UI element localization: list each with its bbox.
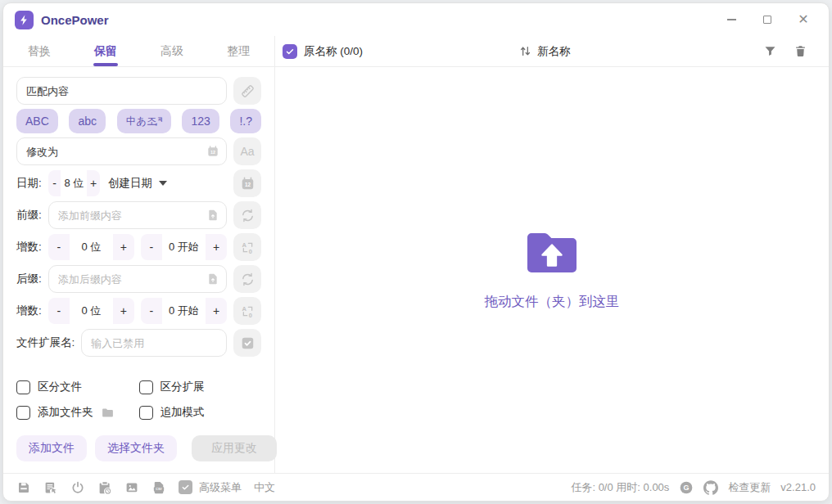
- original-name-checkbox[interactable]: [283, 44, 297, 59]
- suffix-row: 后缀:: [16, 265, 261, 293]
- inc1-start-plus[interactable]: +: [206, 234, 227, 260]
- suffix-loop-button[interactable]: [233, 265, 261, 293]
- prefix-label: 前缀:: [16, 208, 42, 223]
- advanced-menu-checkbox[interactable]: [179, 480, 192, 494]
- pill-digits[interactable]: 123: [182, 109, 219, 133]
- inc2-number-button[interactable]: A0: [233, 297, 261, 325]
- svg-text:0: 0: [248, 311, 251, 318]
- check-icon: [181, 483, 190, 492]
- refresh-icon: [240, 208, 255, 223]
- task-status: 任务: 0/0 用时: 0.00s: [571, 480, 669, 495]
- inc2-digits-minus[interactable]: -: [48, 298, 70, 324]
- prefix-row: 前缀:: [16, 201, 261, 229]
- modify-input[interactable]: [16, 137, 227, 165]
- svg-text:12: 12: [244, 182, 251, 187]
- sort-icon: [518, 44, 532, 58]
- pill-cjk[interactable]: 中あ조ཟྭ: [117, 109, 171, 133]
- checkbox-add-folder[interactable]: 添加文件夹: [16, 405, 139, 420]
- match-row: [16, 77, 261, 105]
- checkbox-distinguish-file[interactable]: 区分文件: [16, 380, 139, 394]
- extension-label: 文件扩展名:: [16, 335, 75, 350]
- titlebar: OncePower ✕: [3, 3, 829, 36]
- gitee-icon[interactable]: G: [679, 480, 694, 495]
- main-area: ABC abc 中あ조ཟྭ 123 !.? 12 Aa 日期: - 8 位 +: [3, 67, 829, 473]
- date-digits-minus[interactable]: -: [48, 170, 61, 196]
- increment-label: 增数:: [16, 304, 42, 318]
- lightning-icon: [18, 14, 30, 26]
- inc1-number-button[interactable]: A0: [233, 233, 261, 261]
- pill-symbols[interactable]: !.?: [230, 109, 261, 133]
- date-insert-button[interactable]: 12: [233, 169, 261, 197]
- prefix-loop-button[interactable]: [233, 201, 261, 229]
- match-mode-pills: ABC abc 中あ조ཟྭ 123 !.?: [16, 109, 261, 133]
- minimize-button[interactable]: [724, 12, 739, 27]
- checkbox-icon: [16, 406, 30, 420]
- select-folder-button[interactable]: 选择文件夹: [95, 435, 177, 461]
- trash-icon[interactable]: [794, 44, 807, 58]
- inc2-start-plus[interactable]: +: [206, 298, 227, 324]
- tab-organize[interactable]: 整理: [227, 36, 250, 66]
- ruler-button[interactable]: [233, 77, 261, 105]
- checkbox-append-mode[interactable]: 追加模式: [139, 405, 262, 420]
- tab-keep[interactable]: 保留: [94, 36, 117, 66]
- new-name-label: 新名称: [537, 44, 571, 59]
- inc1-start-minus[interactable]: -: [141, 234, 162, 260]
- close-icon: ✕: [798, 13, 808, 26]
- extension-input[interactable]: [81, 329, 227, 357]
- svg-text:CSV: CSV: [156, 488, 162, 491]
- svg-text:A: A: [242, 305, 246, 313]
- auto-number-icon: A0: [240, 304, 255, 319]
- check-update-link[interactable]: 检查更新: [728, 480, 771, 495]
- upload-folder-icon: [522, 229, 581, 280]
- pill-lowercase[interactable]: abc: [69, 109, 106, 133]
- advanced-menu-toggle[interactable]: 高级菜单: [179, 480, 242, 495]
- match-input[interactable]: [16, 77, 227, 105]
- checkbox-checked-icon: [240, 335, 255, 351]
- rename-panel: ABC abc 中あ조ཟྭ 123 !.? 12 Aa 日期: - 8 位 +: [3, 67, 275, 473]
- apply-changes-button[interactable]: 应用更改: [192, 435, 277, 461]
- date-digits-plus[interactable]: +: [87, 170, 100, 196]
- suffix-input[interactable]: [48, 265, 227, 293]
- clipboard-clock-icon[interactable]: [97, 480, 112, 495]
- filter-icon[interactable]: [763, 44, 777, 58]
- header-row: 替换 保留 高级 整理 原名称 (0/0) 新名称: [3, 36, 829, 67]
- pill-uppercase[interactable]: ABC: [16, 109, 58, 133]
- new-name-column[interactable]: 新名称: [518, 44, 571, 59]
- drop-zone[interactable]: 拖动文件（夹）到这里: [275, 67, 829, 473]
- tab-bar: 替换 保留 高级 整理: [3, 36, 275, 66]
- advanced-menu-label: 高级菜单: [199, 480, 242, 495]
- checkbox-distinguish-extension[interactable]: 区分扩展: [139, 380, 262, 394]
- close-button[interactable]: ✕: [796, 12, 811, 27]
- tab-replace[interactable]: 替换: [28, 36, 51, 66]
- minimize-icon: [727, 19, 736, 20]
- modify-row: 12 Aa: [16, 137, 261, 165]
- refresh-icon: [240, 272, 255, 287]
- version-label: v2.21.0: [780, 481, 816, 493]
- inc1-start-value: 0 开始: [162, 234, 206, 260]
- action-buttons: 添加文件 选择文件夹 应用更改: [16, 435, 261, 461]
- inc1-digits-value: 0 位: [70, 234, 113, 260]
- extension-row: 文件扩展名:: [16, 329, 261, 357]
- date-type-select[interactable]: 创建日期: [106, 176, 169, 191]
- inc2-digits-plus[interactable]: +: [113, 298, 134, 324]
- power-icon[interactable]: [70, 480, 85, 495]
- save-icon[interactable]: [16, 480, 31, 495]
- inc2-digits-stepper: - 0 位 +: [48, 298, 134, 324]
- svg-text:0: 0: [248, 247, 251, 254]
- extension-toggle-button[interactable]: [233, 329, 261, 357]
- prefix-input[interactable]: [48, 201, 227, 229]
- maximize-button[interactable]: [760, 12, 775, 27]
- suffix-label: 后缀:: [16, 272, 42, 286]
- date-row: 日期: - 8 位 + 创建日期 12: [16, 169, 261, 197]
- inc1-digits-plus[interactable]: +: [113, 234, 134, 260]
- add-files-button[interactable]: 添加文件: [16, 435, 87, 461]
- inc1-digits-minus[interactable]: -: [48, 234, 70, 260]
- log-document-icon[interactable]: [43, 480, 58, 495]
- language-switch[interactable]: 中文: [254, 480, 275, 495]
- tab-advanced[interactable]: 高级: [161, 36, 183, 66]
- csv-file-icon[interactable]: CSV: [151, 480, 166, 495]
- github-icon[interactable]: [703, 480, 718, 495]
- inc2-start-minus[interactable]: -: [141, 298, 162, 324]
- image-icon[interactable]: [124, 480, 139, 495]
- case-toggle-button[interactable]: Aa: [233, 137, 261, 165]
